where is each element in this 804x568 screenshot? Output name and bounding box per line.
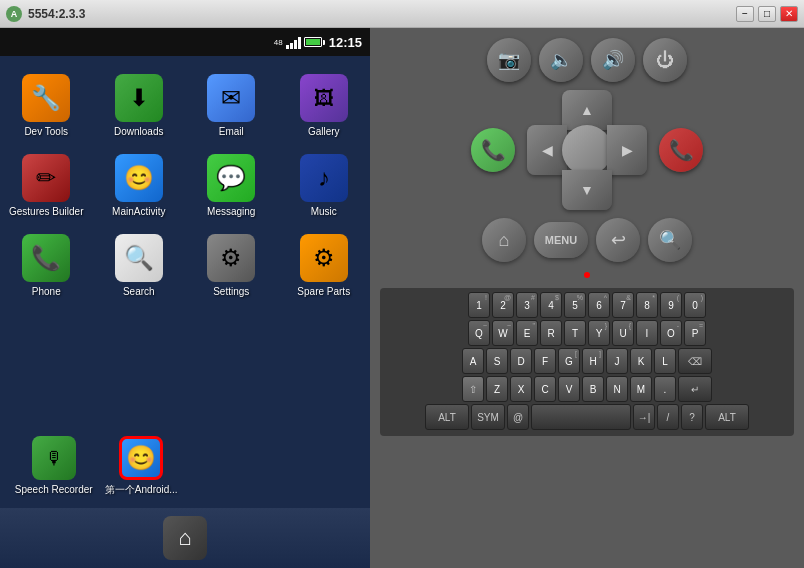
app-speechrecorder[interactable]: 🎙 Speech Recorder [10, 428, 98, 504]
camera-button[interactable]: 📷 [487, 38, 531, 82]
phone-icon: 📞 [22, 234, 70, 282]
keyboard-row-numbers: 1! 2@ 3# 4$ 5% 6^ 7& 8* 9( 0) [384, 292, 790, 318]
key-2[interactable]: 2@ [492, 292, 514, 318]
key-8[interactable]: 8* [636, 292, 658, 318]
dpad-center-button[interactable] [562, 125, 612, 175]
app-icon: A [6, 6, 22, 22]
home-ctrl-button[interactable]: ⌂ [482, 218, 526, 262]
key-i[interactable]: I [636, 320, 658, 346]
key-o[interactable]: O- [660, 320, 682, 346]
key-e[interactable]: E" [516, 320, 538, 346]
app-spareparts[interactable]: ⚙ Spare Parts [278, 226, 371, 306]
key-9[interactable]: 9( [660, 292, 682, 318]
dpad-down-button[interactable]: ▼ [562, 170, 612, 210]
key-at[interactable]: @ [507, 404, 529, 430]
volume-down-button[interactable]: 🔈 [539, 38, 583, 82]
keyboard: 1! 2@ 3# 4$ 5% 6^ 7& 8* 9( 0) Q~ W~ E" R… [380, 288, 794, 436]
app-settings[interactable]: ⚙ Settings [185, 226, 278, 306]
signal-bar-3 [294, 40, 297, 49]
key-p[interactable]: P= [684, 320, 706, 346]
key-q[interactable]: Q~ [468, 320, 490, 346]
key-alt-left[interactable]: ALT [425, 404, 469, 430]
key-slash[interactable]: / [657, 404, 679, 430]
key-shift[interactable]: ⇧ [462, 376, 484, 402]
devtools-icon: 🔧 [22, 74, 70, 122]
menu-button[interactable]: MENU [534, 222, 588, 258]
battery-icon [304, 37, 322, 47]
app-email[interactable]: ✉ Email [185, 66, 278, 146]
main-content: 48 12:15 🔧 Dev Tools ⬇ [0, 28, 804, 568]
title-bar: A 5554:2.3.3 − □ ✕ [0, 0, 804, 28]
key-5[interactable]: 5% [564, 292, 586, 318]
key-j[interactable]: J [606, 348, 628, 374]
app-phone[interactable]: 📞 Phone [0, 226, 93, 306]
back-button[interactable]: ↩ [596, 218, 640, 262]
spareparts-label: Spare Parts [297, 286, 350, 298]
app-firstapp[interactable]: 😊 第一个Android... [98, 428, 186, 504]
app-gestures[interactable]: ✏ Gestures Builder [0, 146, 93, 226]
app-downloads[interactable]: ⬇ Downloads [93, 66, 186, 146]
home-button[interactable]: ⌂ [163, 516, 207, 560]
key-period[interactable]: . [654, 376, 676, 402]
key-z[interactable]: Z [486, 376, 508, 402]
key-c[interactable]: C [534, 376, 556, 402]
key-k[interactable]: K [630, 348, 652, 374]
key-question[interactable]: ? [681, 404, 703, 430]
key-v[interactable]: V [558, 376, 580, 402]
window-title: 5554:2.3.3 [28, 7, 85, 21]
key-del[interactable]: ⌫ [678, 348, 712, 374]
speechrec-icon: 🎙 [32, 436, 76, 480]
key-1[interactable]: 1! [468, 292, 490, 318]
key-6[interactable]: 6^ [588, 292, 610, 318]
app-devtools[interactable]: 🔧 Dev Tools [0, 66, 93, 146]
volume-up-button[interactable]: 🔊 [591, 38, 635, 82]
app-grid: 🔧 Dev Tools ⬇ Downloads ✉ Email 🖼 Galler… [0, 56, 370, 428]
key-4[interactable]: 4$ [540, 292, 562, 318]
app-music[interactable]: ♪ Music [278, 146, 371, 226]
key-7[interactable]: 7& [612, 292, 634, 318]
minimize-button[interactable]: − [736, 6, 754, 22]
key-alt-right[interactable]: ALT [705, 404, 749, 430]
key-d[interactable]: D [510, 348, 532, 374]
key-sym[interactable]: SYM [471, 404, 505, 430]
firstapp-label: 第一个Android... [105, 484, 178, 496]
app-search[interactable]: 🔍 Search [93, 226, 186, 306]
key-3[interactable]: 3# [516, 292, 538, 318]
key-r[interactable]: R [540, 320, 562, 346]
key-g[interactable]: G[ [558, 348, 580, 374]
gestures-label: Gestures Builder [9, 206, 83, 218]
key-0[interactable]: 0) [684, 292, 706, 318]
close-button[interactable]: ✕ [780, 6, 798, 22]
key-arrow[interactable]: →| [633, 404, 655, 430]
key-space[interactable] [531, 404, 631, 430]
key-s[interactable]: S [486, 348, 508, 374]
key-y[interactable]: Y} [588, 320, 610, 346]
dpad-right-button[interactable]: ▶ [607, 125, 647, 175]
settings-icon: ⚙ [207, 234, 255, 282]
power-button[interactable]: ⏻ [643, 38, 687, 82]
key-enter[interactable]: ↵ [678, 376, 712, 402]
key-h[interactable]: H] [582, 348, 604, 374]
key-x[interactable]: X [510, 376, 532, 402]
key-u[interactable]: U{ [612, 320, 634, 346]
gallery-icon: 🖼 [300, 74, 348, 122]
key-m[interactable]: M [630, 376, 652, 402]
key-t[interactable]: T [564, 320, 586, 346]
dpad-up-button[interactable]: ▲ [562, 90, 612, 130]
search-ctrl-button[interactable]: 🔍 [648, 218, 692, 262]
app-messaging[interactable]: 💬 Messaging [185, 146, 278, 226]
key-f[interactable]: F [534, 348, 556, 374]
dpad-left-button[interactable]: ◀ [527, 125, 567, 175]
end-call-button[interactable]: 📞 [659, 128, 703, 172]
key-n[interactable]: N [606, 376, 628, 402]
key-w[interactable]: W~ [492, 320, 514, 346]
key-b[interactable]: B [582, 376, 604, 402]
app-gallery[interactable]: 🖼 Gallery [278, 66, 371, 146]
maximize-button[interactable]: □ [758, 6, 776, 22]
key-l[interactable]: L [654, 348, 676, 374]
sys-row: ⌂ MENU ↩ 🔍 [482, 218, 692, 262]
app-mainactivity[interactable]: 😊 MainActivity [93, 146, 186, 226]
top-controls-row: 📷 🔈 🔊 ⏻ [487, 38, 687, 82]
call-button[interactable]: 📞 [471, 128, 515, 172]
key-a[interactable]: A [462, 348, 484, 374]
